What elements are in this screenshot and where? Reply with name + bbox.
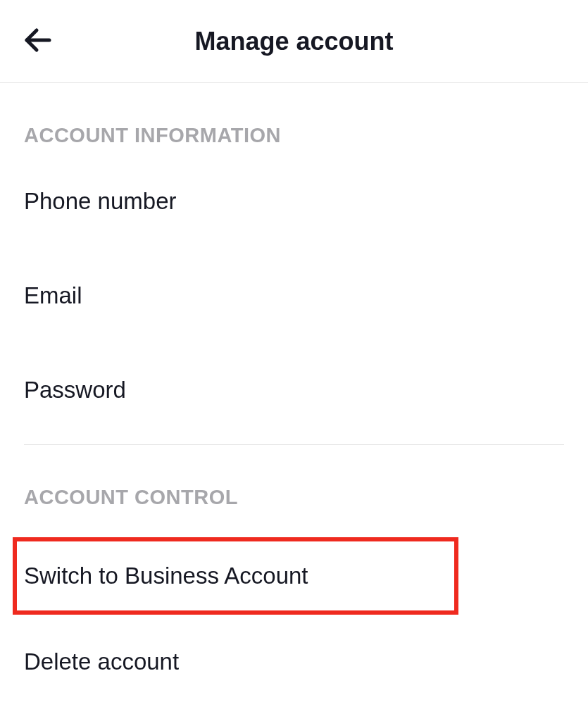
account-control-section: ACCOUNT CONTROL Switch to Business Accou… <box>0 445 588 709</box>
list-item-email[interactable]: Email <box>24 249 564 343</box>
list-item-phone-number[interactable]: Phone number <box>24 154 564 249</box>
page-title: Manage account <box>21 27 567 56</box>
arrow-left-icon <box>21 23 55 60</box>
header-bar: Manage account <box>0 0 588 83</box>
list-item-switch-business[interactable]: Switch to Business Account <box>24 541 454 610</box>
list-item-password[interactable]: Password <box>24 343 564 437</box>
back-button[interactable] <box>21 23 55 60</box>
account-information-section: ACCOUNT INFORMATION Phone number Email P… <box>0 83 588 445</box>
list-item-delete-account[interactable]: Delete account <box>24 615 564 709</box>
section-header-account-control: ACCOUNT CONTROL <box>24 445 564 516</box>
highlight-box: Switch to Business Account <box>13 537 458 615</box>
section-header-account-information: ACCOUNT INFORMATION <box>24 83 564 154</box>
